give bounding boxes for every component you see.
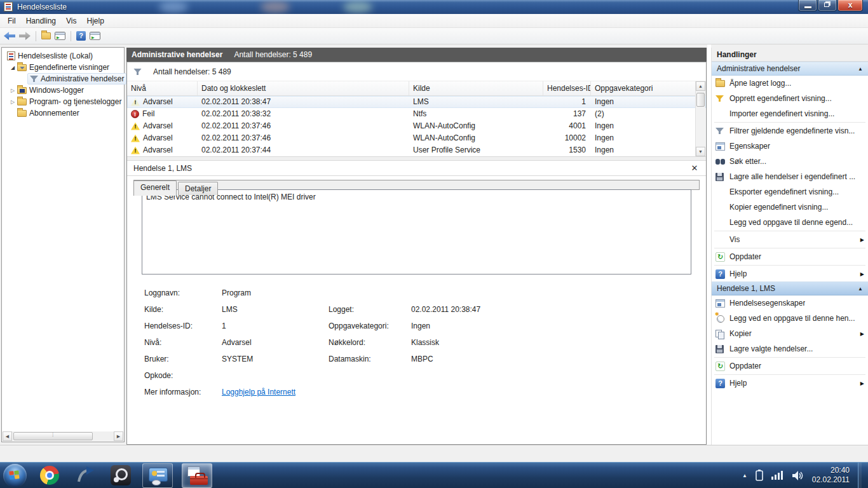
action-filter-current-view[interactable]: Filtrer gjeldende egendefinerte visn... bbox=[712, 123, 868, 139]
back-icon[interactable] bbox=[4, 32, 15, 40]
taskbar-steam-button[interactable] bbox=[108, 463, 133, 488]
scroll-right-icon[interactable]: ▶ bbox=[114, 431, 123, 441]
actions-section-event[interactable]: Hendelse 1, LMS bbox=[712, 281, 868, 295]
action-help-submenu[interactable]: Hjelp bbox=[712, 266, 868, 281]
column-event-id[interactable]: Hendelses-ID bbox=[543, 81, 591, 95]
help-icon bbox=[715, 269, 725, 279]
scroll-left-icon[interactable]: ◀ bbox=[3, 431, 12, 441]
expander-open-icon[interactable] bbox=[10, 65, 16, 71]
close-details-icon[interactable] bbox=[689, 163, 700, 173]
column-datetime[interactable]: Dato og klokkeslett bbox=[198, 81, 409, 95]
field-label: Nøkkelord: bbox=[329, 338, 411, 347]
scroll-down-icon[interactable]: ▼ bbox=[696, 147, 705, 156]
scroll-up-icon[interactable]: ▲ bbox=[696, 81, 705, 91]
action-save-selected-events[interactable]: Lagre valgte hendelser... bbox=[712, 341, 868, 356]
log-help-link[interactable]: Logghjelp på Internett bbox=[222, 388, 295, 396]
warning-icon bbox=[131, 123, 140, 130]
clock-date: 02.02.2011 bbox=[812, 475, 850, 485]
menu-file[interactable]: Fil bbox=[3, 15, 21, 27]
collapse-icon[interactable] bbox=[858, 286, 863, 292]
action-export-custom-view[interactable]: Eksporter egendefinert visning... bbox=[712, 184, 868, 200]
tree-horizontal-scrollbar[interactable]: ◀ ▶ bbox=[3, 431, 123, 441]
menu-help[interactable]: Hjelp bbox=[82, 15, 109, 27]
field-label: Oppgavekategori: bbox=[329, 322, 411, 330]
action-attach-task-to-view[interactable]: Legg ved oppgave til denne egend... bbox=[712, 215, 868, 230]
control-panel-icon bbox=[149, 468, 168, 482]
show-desktop-button[interactable] bbox=[858, 463, 862, 488]
actions-pane-title: Handlinger bbox=[712, 48, 868, 62]
column-category[interactable]: Oppgavekategori bbox=[591, 81, 706, 95]
action-save-all-events[interactable]: Lagre alle hendelser i egendefinert ... bbox=[712, 169, 868, 184]
taskbar-admin-tools-button[interactable] bbox=[182, 463, 212, 488]
expander-closed-icon[interactable] bbox=[10, 99, 16, 105]
column-source[interactable]: Kilde bbox=[409, 81, 543, 95]
taskbar-shortcut-button[interactable] bbox=[72, 463, 98, 488]
hidden-icons-chevron-icon[interactable] bbox=[742, 473, 747, 478]
tree-item-custom-views[interactable]: Egendefinerte visninger bbox=[6, 62, 124, 73]
actions-section-administrative-events[interactable]: Administrative hendelser bbox=[712, 62, 868, 76]
restore-button[interactable] bbox=[818, 0, 837, 11]
action-find[interactable]: Søk etter... bbox=[712, 154, 868, 169]
action-attach-task-to-event[interactable]: Legg ved en oppgave til denne hen... bbox=[712, 311, 868, 326]
actions-divider bbox=[714, 357, 865, 358]
tab-details[interactable]: Detaljer bbox=[178, 182, 218, 195]
export-list-icon[interactable] bbox=[41, 32, 51, 39]
close-button[interactable]: x bbox=[837, 0, 863, 11]
forward-icon[interactable] bbox=[19, 32, 31, 40]
field-label: Bruker: bbox=[144, 355, 222, 363]
table-row[interactable]: Feil 02.02.2011 20:38:32 Ntfs 137 (2) bbox=[127, 108, 706, 120]
field-value: 1 bbox=[222, 322, 329, 330]
refresh-icon bbox=[715, 252, 725, 262]
action-help-event-submenu[interactable]: Hjelp bbox=[712, 376, 868, 391]
scrollbar-thumb[interactable] bbox=[696, 93, 705, 107]
list-vertical-scrollbar[interactable]: ▲ ▼ bbox=[695, 81, 705, 156]
minimize-button[interactable] bbox=[798, 0, 817, 11]
collapse-icon[interactable] bbox=[858, 66, 863, 72]
action-open-saved-log[interactable]: Åpne lagret logg... bbox=[712, 76, 868, 91]
tree-item-windows-logs[interactable]: Windows-logger bbox=[6, 85, 124, 96]
table-row[interactable]: Advarsel 02.02.2011 20:37:46 WLAN-AutoCo… bbox=[127, 120, 706, 132]
action-refresh-event[interactable]: Oppdater bbox=[712, 358, 868, 374]
table-row[interactable]: Advarsel 02.02.2011 20:37:44 User Profil… bbox=[127, 144, 706, 156]
field-value: SYSTEM bbox=[222, 355, 329, 363]
tree-item-administrative-events[interactable]: Administrative hendelser bbox=[6, 73, 124, 85]
start-button[interactable] bbox=[3, 464, 27, 487]
pane-splitter[interactable] bbox=[127, 156, 706, 161]
filter-icon bbox=[133, 68, 142, 76]
expander-closed-icon[interactable] bbox=[10, 88, 16, 93]
action-refresh[interactable]: Oppdater bbox=[712, 249, 868, 264]
new-window-icon[interactable] bbox=[90, 32, 100, 40]
volume-icon[interactable] bbox=[792, 471, 804, 480]
event-message[interactable]: LMS Service cannot connect to Intel(R) M… bbox=[142, 189, 691, 274]
table-row[interactable]: Advarsel 02.02.2011 20:37:46 WLAN-AutoCo… bbox=[127, 132, 706, 144]
taskbar-clock[interactable]: 20:40 02.02.2011 bbox=[812, 466, 850, 485]
app-logs-folder-icon bbox=[17, 98, 27, 105]
show-console-tree-icon[interactable] bbox=[55, 32, 65, 40]
action-import-custom-view[interactable]: Importer egendefinert visning... bbox=[712, 106, 868, 121]
steam-icon bbox=[111, 465, 131, 485]
tab-general[interactable]: Generelt bbox=[133, 180, 177, 196]
field-value: MBPC bbox=[411, 355, 691, 363]
tree-item-root[interactable]: Hendelsesliste (Lokal) bbox=[6, 50, 124, 62]
tree-item-app-service-logs[interactable]: Program- og tjenestelogger bbox=[6, 96, 124, 107]
action-copy-custom-view[interactable]: Kopier egendefinert visning... bbox=[712, 200, 868, 215]
field-value: LMS bbox=[222, 305, 329, 314]
action-event-properties[interactable]: Hendelsesegenskaper bbox=[712, 295, 868, 311]
table-row[interactable]: Advarsel 02.02.2011 20:38:47 LMS 1 Ingen bbox=[127, 96, 706, 108]
taskbar-control-panel-button[interactable] bbox=[142, 463, 173, 488]
menu-action[interactable]: Handling bbox=[21, 15, 61, 27]
restore-icon bbox=[824, 3, 829, 7]
help-icon[interactable] bbox=[76, 31, 86, 41]
action-copy-submenu[interactable]: Kopier bbox=[712, 326, 868, 341]
menu-view[interactable]: Vis bbox=[61, 15, 81, 27]
scrollbar-thumb[interactable] bbox=[13, 432, 93, 440]
tree-item-subscriptions[interactable]: Abonnementer bbox=[6, 107, 124, 119]
taskbar-chrome-button[interactable] bbox=[37, 463, 62, 488]
network-signal-icon[interactable] bbox=[771, 471, 784, 480]
action-properties[interactable]: Egenskaper bbox=[712, 139, 868, 154]
action-create-custom-view[interactable]: Opprett egendefinert visning... bbox=[712, 91, 868, 106]
column-level[interactable]: Nivå bbox=[127, 81, 198, 95]
actions-divider bbox=[714, 231, 865, 231]
battery-icon[interactable] bbox=[756, 470, 763, 481]
action-view-submenu[interactable]: Vis bbox=[712, 232, 868, 247]
